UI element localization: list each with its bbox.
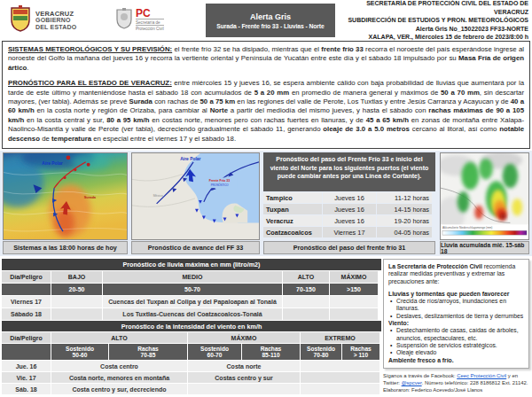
port-day: Jueves 16 <box>323 204 376 214</box>
ports-row-veracruz: Veracruz Jueves 16 19-20 horas <box>263 215 435 226</box>
recommendations-rain-heading: Lluvias y tormentas que pueden favorecer <box>388 291 524 298</box>
paragraph-sistemas: SISTEMAS METEOROLÓGICOS Y SU PREVISIÓN: … <box>8 45 524 73</box>
alert-banner-title: Alerta Gris <box>206 12 335 21</box>
bulletin-number: Alerta Gris No_15022023 FF33-NORTE <box>335 25 528 34</box>
ff33-advance-map-graphic: Aire Polar Frente Frío 33 PRONÓSTICO Méx… <box>132 153 259 239</box>
recommendations-box: La Secretaría de Protección Civil recomi… <box>383 259 529 369</box>
recommendation-item: Suspensión de servicios estratégicos. <box>388 342 524 349</box>
wind-subheader: Rachas > 110 <box>342 344 379 360</box>
recommendation-item: Crecida de ríos/arroyos, inundaciones en… <box>388 298 524 313</box>
wind-group-maximo: MÁXIMO <box>188 332 300 343</box>
port-name: Tuxpan <box>263 204 322 214</box>
rain-range-cell: >150 <box>330 284 378 295</box>
rain-table-title: Pronóstico de lluvia máxima en mm (litro… <box>2 259 381 270</box>
wind-cell-alto: Costa centro <box>51 361 187 371</box>
recommendation-item: Deslaves, deslizamientos de tierra y der… <box>388 313 524 320</box>
surface-systems-map-graphic: Aire Polar Surada <box>4 153 127 239</box>
subheader-range: 70-80 <box>314 352 329 358</box>
rain-header-cell: MÁXIMO <box>330 271 378 283</box>
veracruz-shield-icon <box>9 5 32 35</box>
alert-banner: Alerta Gris Surada - Frente frío 33 - Ll… <box>206 4 335 37</box>
rain-forecast-table: Pronóstico de lluvia máxima en mm (litro… <box>2 259 381 320</box>
rain-header-cell: ALTO <box>283 271 329 283</box>
rain-day-cell: Sábado 18 <box>2 308 51 320</box>
rain-cell-maximo <box>330 308 378 320</box>
subheader-range: 85-110 <box>262 352 279 358</box>
footer-social-text: Síganos a través de Facebook: Ceec Prote… <box>383 372 529 393</box>
wind-cell-extremo <box>301 372 379 383</box>
recommendation-item: Oleaje elevado <box>388 349 524 356</box>
header-agency-block: SECRETARÍA DE PROTECCIÓN CIVIL DEL ESTAD… <box>335 0 530 42</box>
wind-forecast-table: Pronóstico de la intensidad del viento e… <box>2 321 381 394</box>
wind-cell-maximo: Costas centro y sur <box>188 372 300 383</box>
pc-logo-caption1: Secretaría de <box>136 19 164 25</box>
map1-caption: Sistemas a las 18:00 horas de hoy <box>3 241 128 254</box>
port-hours: 14-15 horas <box>377 204 432 214</box>
subheader-label: Sostenido <box>66 346 94 352</box>
rain-cell-medio: Los Tuxtlas-Cuencas del Coatzacoalcos-To… <box>103 308 282 320</box>
wind-table-title: Pronóstico de la intensidad del viento e… <box>2 321 381 331</box>
veracruz-state-logo: VERACRUZ GOBIERNO DEL ESTADO <box>9 5 94 35</box>
port-hours: 04-05 horas <box>377 227 432 237</box>
accumulated-rain-map: Akkumulierte Niederschlagsmenge (mm) <box>440 152 529 240</box>
map1-aire-polar-label: Aire Polar <box>42 161 62 166</box>
paragraph-pronostico: PRONÓSTICO PARA EL ESTADO DE VERACRUZ: e… <box>8 79 524 144</box>
social-link[interactable]: Ceec Protección Civil <box>457 373 506 378</box>
wind-day-cell: Sáb. 18 <box>2 384 51 394</box>
port-day: Viernes 17 <box>323 227 376 237</box>
map2-caption: Pronóstico de avance del FF 33 <box>131 241 260 254</box>
pc-shield-icon <box>115 8 133 33</box>
map2-mexico-label: México <box>153 194 163 198</box>
wind-cell-extremo <box>301 384 379 394</box>
rain-range-cell: 70-150 <box>283 284 329 295</box>
port-name: Coatzacoalcos <box>263 227 322 237</box>
ports-row-tuxpan: Tuxpan Jueves 16 14-15 horas <box>263 204 435 214</box>
alerta-gris-bulletin: VERACRUZ GOBIERNO DEL ESTADO PC Secretar… <box>0 0 532 397</box>
wind-day-cell: Jue. 16 <box>2 361 51 371</box>
subheader-range: 60-70 <box>207 352 223 358</box>
pc-logo-caption2: Protección Civil <box>136 25 164 31</box>
social-link[interactable]: @spcver <box>402 380 422 385</box>
proteccion-civil-logo: PC Secretaría de Protección Civil <box>115 8 200 33</box>
wind-row-viernes: Vie. 17 Costa norte, menores en montaña … <box>2 372 381 383</box>
port-hours: 19-20 horas <box>377 215 432 226</box>
recommendations-wind-list: Destechamiento de casas, caídas de árbol… <box>388 327 524 356</box>
subheader-range: 50-60 <box>73 352 88 358</box>
subheader-range: 70-85 <box>141 352 156 358</box>
subheader-label: Sostenido <box>200 346 229 352</box>
port-name: Tampico <box>263 192 322 203</box>
wind-group-extremo: EXTREMO <box>301 332 379 343</box>
veracruz-logo-line1: VERACRUZ <box>35 11 76 18</box>
port-day: Jueves 16 <box>323 215 376 226</box>
wind-subheader-empty <box>2 344 51 360</box>
wind-cell-extremo <box>301 361 379 371</box>
wind-row-sabado: Sáb. 18 Costa centro y sur, decreciendo <box>2 384 381 394</box>
pc-logo-abbr: PC <box>136 8 164 19</box>
rain-cell-alto <box>283 308 329 320</box>
agency-line1: SECRETARÍA DE PROTECCIÓN CIVIL DEL ESTAD… <box>335 0 528 16</box>
veracruz-logo-line2: GOBIERNO <box>35 17 76 24</box>
recommendations-wind-heading: Viento: <box>388 320 524 327</box>
recommendations-intro: La Secretaría de Protección Civil recomi… <box>388 263 524 285</box>
subheader-label: Rachas <box>350 346 371 352</box>
wind-subheader: Sostenido 70-80 <box>301 344 341 360</box>
alert-banner-subtitle: Surada - Frente frío 33 - Lluvias - Nort… <box>206 23 335 29</box>
wind-row-jueves: Jue. 16 Costa centro Costa norte <box>2 361 381 371</box>
map2-front-label: Frente Frío 33 <box>209 179 230 183</box>
wind-table-group-header-row: Día/Peligro ALTO MÁXIMO EXTREMO <box>2 332 381 343</box>
rain-map-colorbar <box>442 230 527 235</box>
agency-line2: SUBDIRECCIÓN DE ESTUDIOS Y PRON. METEORO… <box>335 16 528 25</box>
ports-row-tampico: Tampico Jueves 16 11-12 horas <box>263 192 435 203</box>
rain-row-sabado: Sábado 18 Los Tuxtlas-Cuencas del Coatza… <box>2 308 381 320</box>
rain-cell-alto <box>283 296 329 307</box>
rain-header-cell: MEDIO <box>103 271 282 283</box>
wind-day-cell: Vie. 17 <box>2 372 51 383</box>
rain-range-cell <box>2 284 51 295</box>
pc-logo-text: PC Secretaría de Protección Civil <box>136 8 164 31</box>
recommendation-item: Destechamiento de casas, caídas de árbol… <box>388 327 524 342</box>
wind-cell-alto: Costa centro y sur, decreciendo <box>51 384 187 394</box>
ports-row-coatzacoalcos: Coatzacoalcos Viernes 17 04-05 horas <box>263 227 435 237</box>
recommendations-rain-list: Crecida de ríos/arroyos, inundaciones en… <box>388 298 524 320</box>
bulletin-text-box: SISTEMAS METEOROLÓGICOS Y SU PREVISIÓN: … <box>2 41 530 149</box>
wind-group-alto: ALTO <box>51 332 187 343</box>
